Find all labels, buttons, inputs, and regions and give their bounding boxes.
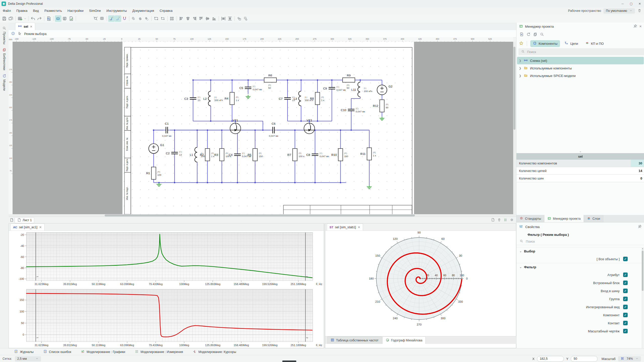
trash-icon[interactable] <box>637 9 641 13</box>
minimize-button[interactable]: ─ <box>618 0 627 7</box>
toolbar-group-front-button[interactable] <box>236 15 243 22</box>
dock-tab-projects[interactable]: Проекты <box>0 26 9 44</box>
menu-item-8[interactable]: Справка <box>157 7 175 14</box>
chevron-right-icon[interactable]: ❯ <box>519 59 521 62</box>
panel-tab-layers[interactable]: Слои <box>584 215 603 222</box>
filter-checkbox[interactable]: ✓ <box>623 305 628 309</box>
pm-search-input[interactable]: Поиск <box>518 48 644 55</box>
statusbar-errors-button[interactable]: Список ошибок <box>43 349 71 354</box>
dock-tab-models[interactable]: Модели <box>0 74 9 91</box>
toolbar-align-left-button[interactable] <box>178 15 185 22</box>
grid-step-select[interactable]: 2,5 мм <box>15 356 41 361</box>
close-icon[interactable]: ✕ <box>39 225 42 229</box>
pm-refresh-button[interactable] <box>526 32 531 37</box>
panel-tab-pm[interactable]: Менеджер проекта <box>544 215 584 222</box>
pm-page-eye-button[interactable] <box>519 32 524 37</box>
toolbar-route-angle-button[interactable]: ? <box>108 15 115 22</box>
sheet-tab[interactable]: Лист 1 <box>15 217 34 223</box>
editor-tab-sel[interactable]: sel ✕ <box>15 23 35 30</box>
filter-checkbox[interactable]: ✓ <box>623 281 628 285</box>
menu-item-6[interactable]: Инструменты <box>104 7 130 14</box>
toolbar-align-center-v-button[interactable] <box>185 15 191 22</box>
y-coordinate-input[interactable]: 50 <box>571 356 597 362</box>
result-tab-table[interactable]: Таблица собственных частот <box>327 336 382 344</box>
menu-item-5[interactable]: SimOne <box>86 7 104 14</box>
close-icon[interactable]: ✕ <box>30 25 32 28</box>
toolbar-align-top-button[interactable] <box>198 15 204 22</box>
pm-tab-layers2[interactable]: КП и ПО <box>583 40 606 47</box>
pm-find-button[interactable] <box>540 32 544 37</box>
statusbar-sim-measure-button[interactable]: Моделирование : Измерения <box>135 349 183 354</box>
menu-item-1[interactable]: Правка <box>14 7 30 14</box>
sheet-action-trash-icon[interactable] <box>497 218 501 222</box>
toolbar-shape-copy-button[interactable] <box>131 15 137 22</box>
pm-copy-button[interactable] <box>533 32 537 37</box>
toolbar-ram-doc-button[interactable] <box>61 15 68 22</box>
toolbar-find-doc-button[interactable] <box>46 15 52 22</box>
filter-checkbox[interactable]: ✓ <box>623 273 628 277</box>
sheet-action-sim-measure-icon[interactable] <box>504 218 507 222</box>
tree-item[interactable]: ❯Схема (sel) <box>517 57 644 64</box>
menu-item-7[interactable]: Документация <box>130 7 157 14</box>
menu-item-2[interactable]: Вид <box>30 7 42 14</box>
collapse-chevron-icon[interactable]: ⌄ <box>516 150 644 153</box>
pm-tab-nets[interactable]: Цепи <box>562 40 581 47</box>
toolbar-shape-dup-button[interactable] <box>144 15 150 22</box>
chevron-right-icon[interactable]: ❯ <box>519 67 521 70</box>
x-coordinate-input[interactable]: 182,5 <box>537 356 564 362</box>
toolbar-dist-h-button[interactable] <box>220 15 227 22</box>
toolbar-redo-button[interactable] <box>36 15 43 22</box>
filter-checkbox[interactable]: ✓ <box>623 313 628 317</box>
schematic-drawing[interactable]: Перв. примен.Справ. №Подп. и датаИнв. № … <box>13 42 513 214</box>
close-icon[interactable]: ✕ <box>358 225 360 229</box>
toolbar-save-button[interactable] <box>1 15 8 22</box>
pm-tab-comp[interactable]: Компоненты <box>530 40 560 47</box>
ac-plot-tab[interactable]: AC sel [sim_ac1] ✕ <box>10 223 45 231</box>
toolbar-dist-v-button[interactable] <box>227 15 233 22</box>
tree-item[interactable]: ❯Используемые SPICE-модели <box>517 72 644 79</box>
toolbar-select-rect-button[interactable] <box>153 15 159 22</box>
statusbar-sim-graphs-button[interactable]: Моделирование : Графики <box>81 349 125 354</box>
panel-tab-standards[interactable]: Стандарты <box>516 215 544 222</box>
toolbar-group-back-button[interactable] <box>243 15 249 22</box>
pin-icon[interactable] <box>638 224 642 229</box>
filter-checkbox[interactable]: ✓ <box>623 297 628 301</box>
menu-item-4[interactable]: Настройки <box>65 7 86 14</box>
filter-checkbox[interactable]: ✓ <box>623 329 628 333</box>
toolbar-grid-chevron[interactable] <box>23 15 27 22</box>
sheet-action-gear-icon[interactable] <box>510 218 514 222</box>
toolbar-route-dash-button[interactable]: ? <box>115 15 121 22</box>
info-icon[interactable] <box>11 31 15 36</box>
toolbar-array-button[interactable] <box>169 15 175 22</box>
filter-section-header[interactable]: ⌄Выбор <box>516 247 644 255</box>
chevron-right-icon[interactable]: ❯ <box>519 74 521 77</box>
toolbar-sim-chip-button[interactable] <box>55 15 61 22</box>
menu-item-3[interactable]: Разместить <box>42 7 65 14</box>
filter-section-header[interactable]: ⌄Фильтр <box>516 263 644 271</box>
zoom-level-select[interactable]: 74% <box>618 356 641 361</box>
filter-checkbox[interactable]: ✓ <box>623 321 628 325</box>
filter-checkbox[interactable]: ✓ <box>623 289 628 293</box>
properties-search-input[interactable]: Поиск <box>516 238 644 245</box>
st-plot-tab[interactable]: ST sel [sim_stab1] ✕ <box>327 223 363 231</box>
toolbar-align-bottom-button[interactable] <box>211 15 217 22</box>
close-icon[interactable]: ✕ <box>639 25 642 28</box>
toolbar-undo-button[interactable] <box>30 15 36 22</box>
toolbar-save-all-button[interactable] <box>8 15 14 22</box>
toolbar-select-node-button[interactable] <box>159 15 166 22</box>
statusbar-log-button[interactable]: Журналы <box>14 349 34 354</box>
menu-item-0[interactable]: Файл <box>0 7 14 14</box>
workspace-select[interactable]: По умолчанию <box>603 8 635 14</box>
maximize-button[interactable]: ▢ <box>627 0 635 7</box>
properties-scrollbar[interactable]: ▲ <box>641 247 644 348</box>
toolbar-align-middle-button[interactable] <box>204 15 211 22</box>
canvas-vscrollbar[interactable] <box>513 42 516 214</box>
pin-icon[interactable] <box>633 24 637 29</box>
toolbar-zoom-area-button[interactable] <box>99 15 105 22</box>
favorites-star-icon[interactable] <box>519 41 524 46</box>
schematic-canvas[interactable]: Перв. примен.Справ. №Подп. и датаИнв. № … <box>13 42 513 214</box>
page-icon[interactable] <box>10 218 14 223</box>
statusbar-sim-cursors-button[interactable]: Моделирование: Курсоры <box>193 349 236 354</box>
canvas-hscrollbar[interactable] <box>9 214 516 217</box>
sheet-action-page-icon[interactable] <box>491 218 495 222</box>
